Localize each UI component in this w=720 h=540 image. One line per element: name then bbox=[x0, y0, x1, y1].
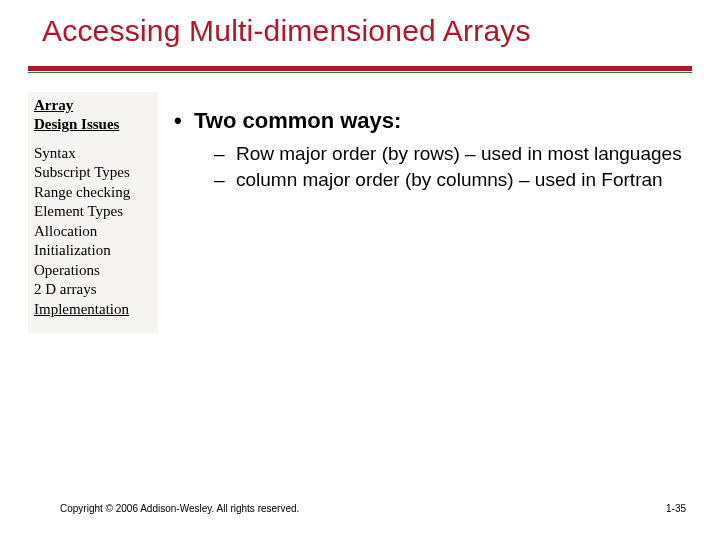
page-title: Accessing Multi-dimensioned Arrays bbox=[42, 14, 531, 48]
sidebar-item-2d-arrays[interactable]: 2 D arrays bbox=[34, 280, 152, 300]
sidebar: Array Design Issues Syntax Subscript Typ… bbox=[28, 92, 158, 333]
bullet-main: Two common ways: bbox=[172, 108, 692, 134]
footer-page-number: 1-35 bbox=[666, 503, 686, 514]
sidebar-item-range-checking[interactable]: Range checking bbox=[34, 183, 152, 203]
sidebar-item-subscript-types[interactable]: Subscript Types bbox=[34, 163, 152, 183]
sidebar-item-initialization[interactable]: Initialization bbox=[34, 241, 152, 261]
footer-copyright: Copyright © 2006 Addison-Wesley. All rig… bbox=[60, 503, 299, 514]
sub-column-major: column major order (by columns) – used i… bbox=[172, 168, 692, 192]
sidebar-heading-line2: Design Issues bbox=[34, 116, 119, 132]
sub-row-major: Row major order (by rows) – used in most… bbox=[172, 142, 692, 166]
sidebar-heading-line1: Array bbox=[34, 97, 73, 113]
slide: Accessing Multi-dimensioned Arrays Array… bbox=[0, 0, 720, 540]
sidebar-item-allocation[interactable]: Allocation bbox=[34, 222, 152, 242]
content-area: Two common ways: Row major order (by row… bbox=[172, 108, 692, 195]
sidebar-heading[interactable]: Array Design Issues bbox=[34, 96, 152, 134]
sidebar-item-syntax[interactable]: Syntax bbox=[34, 144, 152, 164]
sidebar-item-operations[interactable]: Operations bbox=[34, 261, 152, 281]
sidebar-item-element-types[interactable]: Element Types bbox=[34, 202, 152, 222]
sidebar-item-implementation[interactable]: Implementation bbox=[34, 300, 152, 320]
